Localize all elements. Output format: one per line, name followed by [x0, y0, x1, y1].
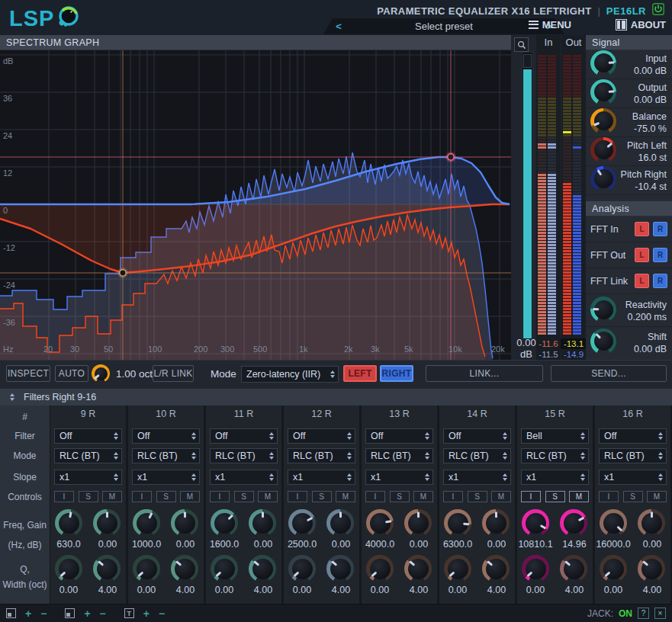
filter-mode-select-spinner[interactable] — [577, 449, 588, 463]
filter-slope-select-spinner[interactable] — [421, 470, 432, 484]
filter-mode-select-spinner[interactable] — [654, 449, 666, 463]
filter-mode-select-spinner[interactable] — [343, 449, 355, 463]
zoom-icon[interactable] — [514, 37, 529, 52]
auto-button[interactable]: AUTO — [55, 365, 88, 382]
filter-type-select-spinner[interactable] — [577, 429, 588, 443]
freq-knob[interactable] — [133, 509, 160, 537]
filter-mode-select-spinner[interactable] — [188, 449, 199, 463]
pitch-left-knob[interactable] — [590, 137, 616, 163]
freq-knob[interactable] — [55, 509, 82, 537]
graph-zoom-fader[interactable] — [522, 52, 533, 340]
q-knob[interactable] — [366, 555, 394, 582]
filter-slope-select-spinner[interactable] — [265, 470, 277, 484]
gain-knob[interactable] — [249, 509, 276, 537]
filter-type-select-spinner[interactable] — [499, 429, 510, 443]
filter-mute-button[interactable]: M — [569, 491, 589, 502]
q-knob[interactable] — [600, 555, 627, 582]
widget-scale-plus-button[interactable]: + — [84, 609, 90, 618]
filters-header[interactable]: Filters Right 9-16 — [0, 389, 672, 406]
filter-mode-select[interactable]: RLC (BT) — [599, 448, 667, 463]
input-knob[interactable] — [590, 50, 616, 76]
filter-inspect-button[interactable]: I — [54, 491, 74, 502]
filter-slope-select-spinner[interactable] — [110, 470, 121, 484]
filter-slope-select[interactable]: x1 — [54, 470, 122, 485]
width-knob[interactable] — [560, 555, 587, 582]
filter-slope-select-spinner[interactable] — [499, 470, 510, 484]
gain-knob[interactable] — [93, 509, 121, 537]
width-knob[interactable] — [93, 555, 121, 582]
filter-inspect-button[interactable]: I — [521, 491, 541, 502]
filter-type-select-spinner[interactable] — [265, 429, 277, 443]
filter-solo-button[interactable]: S — [79, 491, 98, 502]
left-channel-button[interactable]: LEFT — [343, 365, 377, 382]
filter-node-left[interactable] — [120, 270, 126, 276]
filter-inspect-button[interactable]: I — [288, 491, 307, 502]
width-knob[interactable] — [482, 555, 510, 582]
pitch-right-knob[interactable] — [590, 166, 616, 192]
preset-select[interactable]: Select preset — [354, 21, 534, 32]
freq-knob[interactable] — [366, 509, 394, 537]
filter-solo-button[interactable]: S — [312, 491, 332, 502]
filter-mute-button[interactable]: M — [491, 491, 511, 502]
filter-inspect-button[interactable]: I — [443, 491, 463, 502]
balance-knob[interactable] — [590, 108, 616, 134]
q-knob[interactable] — [444, 555, 471, 582]
freq-knob[interactable] — [288, 509, 316, 537]
filter-mute-button[interactable]: M — [336, 491, 355, 502]
inspect-width-knob[interactable] — [92, 364, 110, 383]
filter-type-select-spinner[interactable] — [343, 429, 355, 443]
filter-type-select-spinner[interactable] — [654, 429, 666, 443]
lr-link-button[interactable]: L/R LINK — [153, 365, 194, 382]
filter-mode-select-spinner[interactable] — [421, 449, 432, 463]
filter-type-select[interactable]: Bell — [521, 428, 589, 444]
width-knob[interactable] — [326, 555, 354, 582]
fft-in-left-button[interactable]: L — [635, 222, 649, 236]
fft-out-left-button[interactable]: L — [635, 248, 649, 262]
filter-solo-button[interactable]: S — [545, 491, 565, 502]
filter-mode-select[interactable]: RLC (BT) — [132, 448, 200, 463]
fader-handle[interactable] — [523, 54, 532, 68]
fft-link-left-button[interactable]: L — [635, 274, 649, 288]
freq-knob[interactable] — [211, 509, 238, 537]
filter-slope-select-spinner[interactable] — [343, 470, 355, 484]
width-knob[interactable] — [249, 555, 276, 582]
mode-select-spinner[interactable] — [326, 367, 338, 382]
filter-mute-button[interactable]: M — [180, 491, 200, 502]
filter-mode-select[interactable]: RLC (BT) — [210, 448, 278, 463]
filter-type-select-spinner[interactable] — [188, 429, 199, 443]
filter-mute-button[interactable]: M — [413, 491, 433, 502]
fft-out-right-button[interactable]: R — [653, 248, 667, 262]
filter-node-bell-15r[interactable] — [448, 154, 454, 160]
shift-knob[interactable] — [590, 329, 616, 354]
filter-mute-button[interactable]: M — [258, 491, 278, 502]
filter-inspect-button[interactable]: I — [365, 491, 385, 502]
link-button[interactable]: LINK... — [426, 365, 543, 382]
gain-knob[interactable] — [560, 509, 587, 537]
filter-slope-select[interactable]: x1 — [132, 470, 200, 485]
freq-knob[interactable] — [444, 509, 471, 537]
freq-knob[interactable] — [522, 509, 549, 537]
filter-mute-button[interactable]: M — [102, 491, 122, 502]
gain-knob[interactable] — [171, 509, 198, 537]
spectrum-graph[interactable]: dB3624120-12-24-36Hz2030501002003005001k… — [0, 50, 511, 360]
filter-mode-select[interactable]: RLC (BT) — [288, 448, 355, 463]
font-scale-plus-button[interactable]: + — [143, 609, 150, 618]
filter-type-select[interactable]: Off — [210, 428, 278, 444]
fft-in-right-button[interactable]: R — [653, 222, 667, 236]
filter-mode-select[interactable]: RLC (BT) — [365, 448, 433, 463]
filter-solo-button[interactable]: S — [623, 491, 643, 502]
gain-knob[interactable] — [482, 509, 510, 537]
filter-slope-select-spinner[interactable] — [577, 470, 588, 484]
filter-slope-select-spinner[interactable] — [188, 470, 199, 484]
filter-mode-select-spinner[interactable] — [265, 449, 277, 463]
filter-slope-select[interactable]: x1 — [443, 470, 511, 485]
filter-inspect-button[interactable]: I — [599, 491, 619, 502]
filter-type-select-spinner[interactable] — [110, 429, 121, 443]
filter-slope-select[interactable]: x1 — [365, 470, 433, 485]
filter-mode-select-spinner[interactable] — [499, 449, 510, 463]
gain-knob[interactable] — [404, 509, 432, 537]
filter-type-select[interactable]: Off — [599, 428, 667, 444]
mode-select[interactable]: Zero-latency (IIR) — [241, 366, 339, 383]
q-knob[interactable] — [522, 555, 549, 582]
inspect-button[interactable]: INSPECT — [6, 365, 50, 382]
